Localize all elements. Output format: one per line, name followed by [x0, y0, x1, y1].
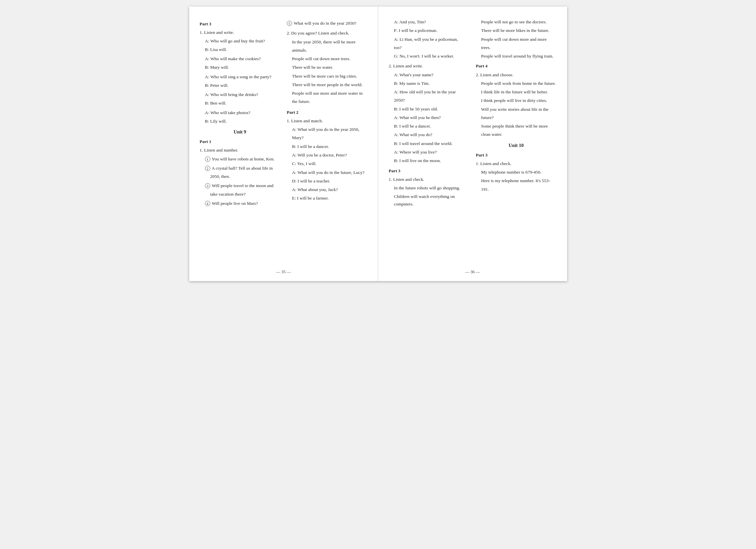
match-e1: E: I will be a farmer.: [292, 194, 367, 202]
part3-label-36: Part 3: [389, 167, 469, 174]
ch-1: People will work from home in the future…: [481, 80, 556, 87]
check2-lines: My telephone number is 679-450. Here is …: [476, 169, 556, 193]
unit10-title: Unit 10: [476, 142, 556, 149]
num-line-3b: take vacation there?: [205, 191, 280, 198]
page36-left-col: A: And you, Tim? F: I will be a policema…: [389, 18, 469, 209]
page-35: Part 3 1. Listen and write. A: Who will …: [189, 7, 378, 281]
line-a5: A: Who will take photos?: [205, 109, 280, 116]
line-b1: B: Lisa will.: [205, 46, 280, 53]
agree-lines: In the year 2050, there will be more ani…: [287, 38, 367, 105]
check-1: In the future robots will go shopping.: [394, 184, 469, 192]
match-a1b: Mary?: [292, 134, 367, 141]
page-number-36: — 36 —: [465, 268, 480, 275]
dc-a1: A: And you, Tim?: [394, 18, 469, 26]
dc-f1: F: I will be a policeman.: [394, 27, 469, 34]
num-line-1: 1 You will have robots at home, Ken.: [205, 155, 280, 163]
check-cont: People will not go to see the doctors. T…: [476, 18, 556, 60]
match-a4: A: What about you, Jack?: [292, 186, 367, 193]
page-36: A: And you, Tim? F: I will be a policema…: [378, 7, 567, 281]
ch-5b: clean water.: [481, 131, 556, 138]
line-a3: A: Who will sing a song in the party?: [205, 73, 280, 80]
match-c1: C: Yes, I will.: [292, 160, 367, 167]
dialog2-lines: A: What's your name? B: My name is Tim. …: [389, 71, 469, 165]
match-a2: A: Will you be a doctor, Peter?: [292, 151, 367, 159]
circle-1: 1: [205, 156, 210, 162]
d2-b5: B: I will live on the moon.: [394, 157, 469, 164]
part1-label: Part 1: [200, 138, 280, 145]
d2-b2: B: I will be 50 years old.: [394, 105, 469, 113]
ch-2: I think life in the future will be bette…: [481, 88, 556, 96]
page35-right-col: 5 What will you do in the year 2050? 2. …: [287, 18, 367, 208]
check-2: Children will watch everything on comput…: [394, 193, 469, 208]
cc-2: There will be more bikes in the future.: [481, 27, 556, 34]
cc-3b: trees.: [481, 44, 556, 51]
dc-a2a: A: Li Han, will you be a policeman,: [394, 36, 469, 43]
unit9-title: Unit 9: [200, 128, 280, 136]
agree-3: There will be no water.: [292, 64, 367, 71]
agree-6a: People will use more and more water in: [292, 90, 367, 97]
ch-4b: future?: [481, 114, 556, 121]
match-a3: A: What will you do in the future, Lucy?: [292, 169, 367, 176]
line-b2: B: Mary will.: [205, 64, 280, 71]
d2-a5: A: Where will you live?: [394, 149, 469, 156]
circle-3: 3: [205, 183, 210, 188]
section1-lines: A: Who will go and buy the fruit? B: Lis…: [200, 37, 280, 125]
d2-b4: B: I will travel around the world.: [394, 140, 469, 147]
agree-1b: animals.: [292, 47, 367, 54]
section7-label: 2. Listen and choose.: [476, 71, 556, 79]
circle-2: 2: [205, 166, 210, 171]
agree-1a: In the year 2050, there will be more: [292, 38, 367, 46]
ck2-2a: Here is my telephone number. It's 553-: [481, 177, 556, 184]
num-line-2a: 2 A crystal ball? Tell us about life in: [205, 165, 280, 172]
ch-3: I think people will live in dirty cities…: [481, 97, 556, 104]
numbered-lines: 1 You will have robots at home, Ken. 2 A…: [200, 155, 280, 207]
page35-left-col: Part 3 1. Listen and write. A: Who will …: [200, 18, 280, 208]
d2-a4: A: What will you do?: [394, 131, 469, 138]
cc-1: People will not go to see the doctors.: [481, 18, 556, 26]
d2-b1: B: My name is Tim.: [394, 80, 469, 87]
d2-a1: A: What's your name?: [394, 71, 469, 79]
section1-label: 1. Listen and write.: [200, 29, 280, 36]
page36-right-col: People will not go to see the doctors. T…: [476, 18, 556, 209]
match-b1: B: I will be a dancer.: [292, 143, 367, 150]
line-b4: B: Ben will.: [205, 100, 280, 107]
ck2-2b: 191.: [481, 186, 556, 193]
section2-label: 1. Listen and number.: [200, 147, 280, 154]
line-b5: B: Lily will.: [205, 118, 280, 125]
page-spread: Part 3 1. Listen and write. A: Who will …: [189, 7, 567, 281]
line-a4: A: Who will bring the drinks?: [205, 91, 280, 98]
d2-b3: B: I will be a dancer.: [394, 123, 469, 130]
num-line-3a: 3 Will people travel to the moon and: [205, 182, 280, 189]
agree-5: There will be more people in the world.: [292, 81, 367, 88]
circle-4: 4: [205, 201, 210, 206]
line-a1: A: Who will go and buy the fruit?: [205, 37, 280, 45]
line-a2: A: Who will make the cookies?: [205, 55, 280, 62]
choose-lines: People will work from home in the future…: [476, 80, 556, 138]
dc-a2b: too?: [394, 44, 469, 51]
match-lines: A: What will you do in the year 2050, Ma…: [287, 126, 367, 202]
num-line-4: 4 Will people live on Mars?: [205, 200, 280, 207]
match-a1a: A: What will you do in the year 2050,: [292, 126, 367, 133]
agree-2: People will cut down more trees.: [292, 55, 367, 62]
d2-a3: A: What will you be then?: [394, 114, 469, 121]
agree-4: There will be more cars in big cities.: [292, 73, 367, 80]
line-b3: B: Peter will.: [205, 82, 280, 89]
d2-a2b: 2050?: [394, 97, 469, 104]
section4-label: 1. Listen and match.: [287, 117, 367, 125]
cc-3a: People will cut down more and more: [481, 36, 556, 43]
ck2-1: My telephone number is 679-450.: [481, 169, 556, 176]
check-lines: In the future robots will go shopping. C…: [389, 184, 469, 208]
num-line-2b: 2050, then.: [205, 173, 280, 180]
match-d1: D: I will be a teacher.: [292, 177, 367, 185]
agree-6b: the future.: [292, 98, 367, 105]
cc-4: People will travel around by flying trai…: [481, 53, 556, 60]
part3b-label: Part 3: [476, 151, 556, 159]
part4-label: Part 4: [476, 62, 556, 70]
section6-label: 1. Listen and check.: [389, 176, 469, 183]
ch-5a: Some people think there will be more: [481, 123, 556, 130]
section8-label: 1. Listen and check.: [476, 160, 556, 167]
ch-4a: Will you write stories about life in the: [481, 106, 556, 113]
q5-label: 5 What will you do in the year 2050?: [287, 20, 367, 27]
circle-5: 5: [287, 21, 292, 26]
page-number-35: — 35 —: [276, 268, 291, 275]
